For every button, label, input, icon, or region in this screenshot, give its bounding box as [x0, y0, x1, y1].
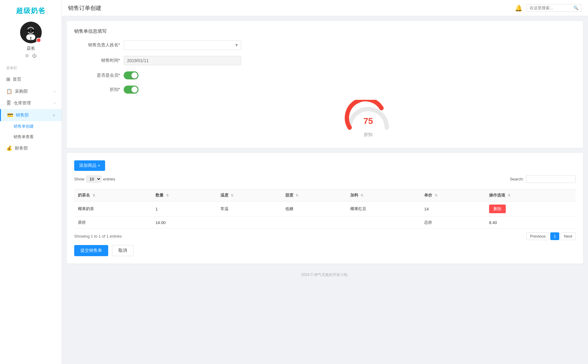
sidebar-item-finance[interactable]: 💰 财务部 — [0, 142, 62, 154]
sidebar-sub-create-order-label: 销售单创建 — [14, 124, 34, 129]
sidebar-item-warehouse[interactable]: 🗄 仓库管理 › — [0, 97, 62, 109]
topbar-right: 🔔 🔍 — [515, 4, 582, 12]
sidebar-item-finance-label: 财务部 — [15, 146, 28, 151]
showing-text: Showing 1 to 1 of 1 entries — [74, 234, 122, 239]
sort-icon-temp[interactable]: ⇅ — [231, 193, 233, 197]
salesperson-input-wrap: 李四 ▼ — [124, 40, 241, 50]
cell-action-1: 8.40 — [485, 217, 576, 229]
table-search-input[interactable] — [526, 175, 576, 183]
sort-icon-extra[interactable]: ⇅ — [360, 193, 363, 197]
toggle-thumb — [131, 72, 138, 78]
entries-select[interactable]: 10 25 50 — [86, 176, 101, 183]
chevron-right-icon: › — [54, 89, 55, 94]
cancel-button[interactable]: 取消 — [112, 245, 134, 256]
date-input[interactable]: 2019/01/11 — [124, 56, 241, 65]
bell-icon[interactable]: 🔔 — [515, 4, 522, 12]
search-input[interactable] — [530, 6, 572, 10]
cell-temp-0: 常温 — [217, 201, 282, 217]
search-box: 🔍 — [526, 4, 582, 12]
sidebar-item-sales[interactable]: 💳 销售部 ∨ — [0, 109, 62, 121]
sidebar-item-purchase[interactable]: 📋 采购部 › — [0, 85, 62, 97]
col-header-quantity: 数量 ⇅ — [152, 189, 217, 201]
chevron-down-icon: ∨ — [53, 113, 55, 117]
page-1-button[interactable]: 1 — [550, 232, 559, 240]
cell-extra-1 — [347, 217, 420, 229]
brand-logo: 超级奶爸 — [16, 6, 46, 15]
show-label: Show — [74, 177, 84, 181]
svg-text:75: 75 — [363, 116, 373, 126]
sort-icon-sweet[interactable]: ⇅ — [296, 193, 298, 197]
page-footer: 2018 © 帅气无敌的开发小组. — [67, 269, 583, 279]
col-header-extra: 加料 ⇅ — [347, 189, 420, 201]
submit-button[interactable]: 提交销售单 — [74, 245, 108, 256]
form-card: 销售单信息填写 销售负责人姓名* 李四 ▼ 销售时间* 2019/01/11 是… — [67, 21, 583, 148]
sidebar-item-home-label: 首页 — [13, 77, 21, 82]
date-row: 销售时间* 2019/01/11 — [74, 56, 576, 65]
table-toolbar: 添加商品 + — [74, 160, 576, 171]
salesperson-select-wrap: 李四 ▼ — [124, 40, 241, 50]
finance-icon: 💰 — [6, 145, 12, 151]
purchase-icon: 📋 — [6, 88, 12, 94]
sort-icon-action[interactable]: ⇅ — [508, 193, 510, 197]
member-toggle[interactable] — [124, 71, 138, 79]
warehouse-icon: 🗄 — [6, 100, 11, 106]
sidebar-sub-create-order[interactable]: 销售单创建 — [0, 121, 62, 132]
gauge-container: 75 折扣 — [161, 100, 576, 138]
cell-name-0: 椰果奶茶 — [74, 201, 152, 217]
member-label: 是否是会员* — [74, 73, 124, 78]
col-header-price: 单价 ⇅ — [420, 189, 485, 201]
table-search-label: Search: — [510, 177, 524, 181]
sort-icon-qty[interactable]: ⇅ — [166, 193, 169, 197]
previous-button[interactable]: Previous — [526, 232, 549, 240]
sidebar-sub-view-order[interactable]: 销售单查看 — [0, 132, 62, 142]
entries-label: entries — [103, 177, 115, 181]
sidebar-user-icons: ⚙ ⏻ — [25, 53, 36, 58]
search-icon: 🔍 — [573, 6, 578, 10]
table-search-row: Search: — [510, 175, 576, 183]
user-role: 店长 — [27, 46, 35, 51]
table-row: 椰果奶茶 1 常温 低糖 椰果红豆 14 删除 — [74, 201, 576, 217]
discount-toggle-thumb — [131, 87, 138, 93]
sort-icon-name[interactable]: ⇅ — [92, 193, 95, 197]
col-header-name: 奶茶名 ⇅ — [74, 189, 152, 201]
member-row: 是否是会员* — [74, 71, 576, 79]
svg-rect-4 — [27, 29, 30, 32]
sidebar-item-purchase-label: 采购部 — [15, 89, 28, 94]
form-card-title: 销售单信息填写 — [74, 28, 576, 34]
gauge-label: 折扣 — [364, 132, 373, 138]
pagination: Previous 1 Next — [526, 232, 576, 240]
topbar: 销售订单创建 🔔 🔍 — [62, 0, 588, 16]
gauge-svg: 75 — [343, 100, 393, 131]
sidebar: 超级奶爸 店长 ⚙ ⏻ 菜单栏 ⊞ 首页 📋 采购部 › 🗄 仓库管理 — [0, 0, 62, 364]
power-icon[interactable]: ⏻ — [32, 53, 36, 58]
next-button[interactable]: Next — [560, 232, 576, 240]
products-table: 奶茶名 ⇅ 数量 ⇅ 温度 ⇅ 甜度 ⇅ — [74, 189, 576, 229]
cell-price-1: 总价 — [420, 217, 485, 229]
salesperson-input[interactable]: 李四 — [124, 40, 241, 50]
cell-qty-1: 14.00 — [152, 217, 217, 229]
date-label: 销售时间* — [74, 58, 124, 63]
cell-name-1: 原价 — [74, 217, 152, 229]
discount-toggle[interactable] — [124, 86, 138, 94]
page-title: 销售订单创建 — [68, 4, 101, 12]
delete-button-0[interactable]: 删除 — [489, 205, 506, 213]
sidebar-item-warehouse-label: 仓库管理 — [14, 100, 31, 106]
discount-row: 折扣* — [74, 86, 576, 94]
show-entries: Show 10 25 50 entries — [74, 176, 115, 183]
sort-icon-price[interactable]: ⇅ — [435, 193, 437, 197]
main-area: 销售订单创建 🔔 🔍 销售单信息填写 销售负责人姓名* 李四 ▼ — [62, 0, 588, 364]
content-area: 销售单信息填写 销售负责人姓名* 李四 ▼ 销售时间* 2019/01/11 是… — [62, 16, 588, 364]
sidebar-item-home[interactable]: ⊞ 首页 — [0, 73, 62, 85]
cell-action-0: 删除 — [485, 201, 576, 217]
table-footer: Showing 1 to 1 of 1 entries Previous 1 N… — [74, 232, 576, 240]
col-header-sweetness: 甜度 ⇅ — [282, 189, 347, 201]
table-row-summary: 原价 14.00 总价 8.40 — [74, 217, 576, 229]
salesperson-label: 销售负责人姓名* — [74, 42, 124, 48]
home-icon: ⊞ — [6, 76, 10, 82]
cell-price-0: 14 — [420, 201, 485, 217]
settings-icon[interactable]: ⚙ — [25, 53, 29, 58]
chevron-right-icon-2: › — [54, 101, 55, 105]
col-header-temperature: 温度 ⇅ — [217, 189, 282, 201]
add-product-button[interactable]: 添加商品 + — [74, 160, 105, 171]
sidebar-sub-view-order-label: 销售单查看 — [14, 134, 34, 139]
